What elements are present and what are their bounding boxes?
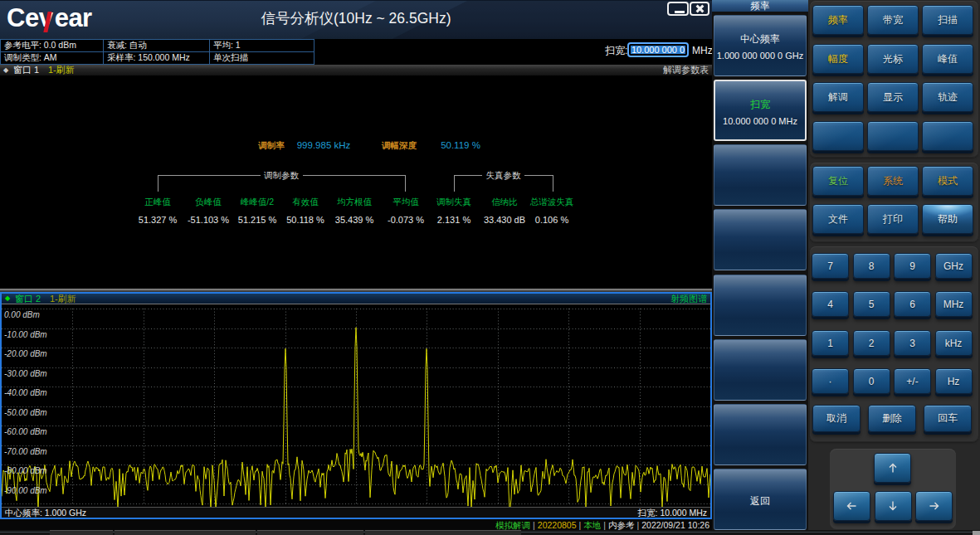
settings-row: 参考电平: 0.0 dBm衰减: 自动平均: 1 xyxy=(1,40,314,52)
menu-button-blank-1[interactable] xyxy=(714,144,807,206)
key-label: 8 xyxy=(854,254,890,278)
key-arrow-down[interactable] xyxy=(875,491,912,521)
key-幅度[interactable]: 幅度 xyxy=(812,44,864,74)
arrow-left-path xyxy=(847,503,856,509)
key-光标[interactable]: 光标 xyxy=(867,44,919,74)
bracket-drop xyxy=(454,175,455,192)
title-bar: 信号分析仪(10Hz ~ 26.5GHz) Cevear xyxy=(0,0,712,39)
key-arrow-right[interactable] xyxy=(915,491,953,521)
key-label: 解调 xyxy=(813,83,863,111)
taskbar-item[interactable] xyxy=(50,530,113,535)
menu-button-blank-4[interactable] xyxy=(714,339,807,401)
settings-cell: 采样率: 150.000 MHz xyxy=(104,52,210,65)
taskbar-item[interactable] xyxy=(257,530,363,535)
y-axis-tick-label: 0.00 dBm xyxy=(4,310,40,319)
key-label: 轨迹 xyxy=(923,83,973,111)
readout-label: 调幅深度 xyxy=(382,140,417,151)
taskbar-handle[interactable] xyxy=(973,531,980,535)
close-button[interactable] xyxy=(690,2,709,16)
status-bar: 模拟解调|20220805|本地|内参考|2022/09/21 10:26 xyxy=(0,519,712,531)
key-label: GHz xyxy=(936,254,972,278)
window-2-rf-spectrum: ◆ 窗口 2 1-刷新 射频图谱 0.00 dBm-10.00 dBm-20.0… xyxy=(0,292,712,519)
param-value: 51.215 % xyxy=(238,215,276,226)
key-7[interactable]: 7 xyxy=(812,253,849,279)
key-blank[interactable] xyxy=(812,121,864,151)
key-带宽[interactable]: 带宽 xyxy=(867,5,919,35)
param-label: 调制失真 xyxy=(436,197,471,207)
key-模式[interactable]: 模式 xyxy=(922,166,973,196)
key-arrow-up[interactable] xyxy=(874,453,911,483)
window-1-header[interactable]: ◆ 窗口 1 1-刷新 解调参数表 xyxy=(0,65,712,75)
key-blank[interactable] xyxy=(867,121,919,151)
readout-value: 999.985 kHz xyxy=(297,140,351,151)
key-9[interactable]: 9 xyxy=(894,253,931,279)
key-0[interactable]: 0 xyxy=(853,368,890,394)
span-entry-field[interactable]: 10.000 000 0 xyxy=(627,42,689,57)
key-系统[interactable]: 系统 xyxy=(867,166,919,196)
key-label: 2 xyxy=(854,331,890,355)
bracket-drop xyxy=(158,175,158,192)
key-3[interactable]: 3 xyxy=(894,330,931,356)
bracket-drop xyxy=(553,175,553,192)
key-1[interactable]: 1 xyxy=(812,330,849,356)
key-5[interactable]: 5 xyxy=(853,291,890,317)
key-blank[interactable] xyxy=(922,121,973,151)
key-取消[interactable]: 取消 xyxy=(812,405,861,432)
arrow-right-svg xyxy=(928,500,939,512)
key-复位[interactable]: 复位 xyxy=(812,166,864,196)
status-item: 20220805 xyxy=(538,520,577,530)
key-显示[interactable]: 显示 xyxy=(867,82,919,112)
y-axis-tick-label: -20.00 dBm xyxy=(4,349,47,358)
key-8[interactable]: 8 xyxy=(853,253,890,279)
key-label xyxy=(923,122,973,150)
menu-button-blank-5[interactable] xyxy=(714,404,807,465)
y-axis-tick-label: -80.00 dBm xyxy=(4,466,47,475)
taskbar-item[interactable] xyxy=(365,530,521,535)
key-峰值[interactable]: 峰值 xyxy=(922,44,973,74)
key-·[interactable]: · xyxy=(812,368,849,394)
key-Hz[interactable]: Hz xyxy=(935,368,973,394)
key-删除[interactable]: 删除 xyxy=(868,405,916,432)
y-axis-tick-label: -10.00 dBm xyxy=(4,330,47,339)
menu-button-blank-3[interactable] xyxy=(714,275,807,336)
param-label: 总谐波失真 xyxy=(530,197,574,207)
arrow-up-icon xyxy=(875,454,910,482)
key-label: 1 xyxy=(812,331,848,355)
window-2-header[interactable]: ◆ 窗口 2 1-刷新 射频图谱 xyxy=(2,294,710,304)
spectrum-trace xyxy=(2,328,710,508)
menu-button-blank-2[interactable] xyxy=(714,209,807,270)
window-1-refresh-label: 1-刷新 xyxy=(48,65,75,75)
menu-button-back[interactable]: 返回 xyxy=(714,469,807,530)
key-回车[interactable]: 回车 xyxy=(924,405,972,432)
key-解调[interactable]: 解调 xyxy=(812,82,864,112)
key-2[interactable]: 2 xyxy=(853,330,890,356)
param-label: 有效值 xyxy=(292,197,319,207)
key-扫描[interactable]: 扫描 xyxy=(922,5,973,35)
taskbar-item[interactable] xyxy=(115,530,256,535)
key-MHz[interactable]: MHz xyxy=(935,291,973,317)
key-label: 扫描 xyxy=(923,6,973,34)
key-打印[interactable]: 打印 xyxy=(867,204,919,234)
key-kHz[interactable]: kHz xyxy=(935,330,973,356)
span-readout: 扫宽: 10.000 MHz xyxy=(638,508,707,518)
key-轨迹[interactable]: 轨迹 xyxy=(922,82,973,112)
y-axis-tick-label: -60.00 dBm xyxy=(4,427,47,436)
key-+/-[interactable]: +/- xyxy=(894,368,931,394)
key-文件[interactable]: 文件 xyxy=(812,204,864,234)
minimize-button[interactable] xyxy=(667,2,689,16)
key-6[interactable]: 6 xyxy=(894,291,931,317)
key-频率[interactable]: 频率 xyxy=(812,5,864,35)
bracket-line xyxy=(303,175,406,176)
window-1-diamond-icon: ◆ xyxy=(3,65,8,75)
menu-button-center-freq[interactable]: 中心频率1.000 000 000 0 GHz xyxy=(714,15,807,76)
span-entry-label: 扫宽: xyxy=(605,39,627,65)
menu-button-span[interactable]: 扫宽10.000 000 0 MHz xyxy=(714,80,807,141)
key-4[interactable]: 4 xyxy=(812,291,849,317)
key-GHz[interactable]: GHz xyxy=(935,253,973,279)
key-arrow-left[interactable] xyxy=(833,491,870,521)
status-item: 模拟解调 xyxy=(495,520,530,530)
param-label: 正峰值 xyxy=(144,197,171,207)
status-items: 模拟解调|20220805|本地|内参考|2022/09/21 10:26 xyxy=(495,519,709,531)
minimize-icon xyxy=(675,11,685,13)
key-帮助[interactable]: 帮助 xyxy=(922,204,973,234)
